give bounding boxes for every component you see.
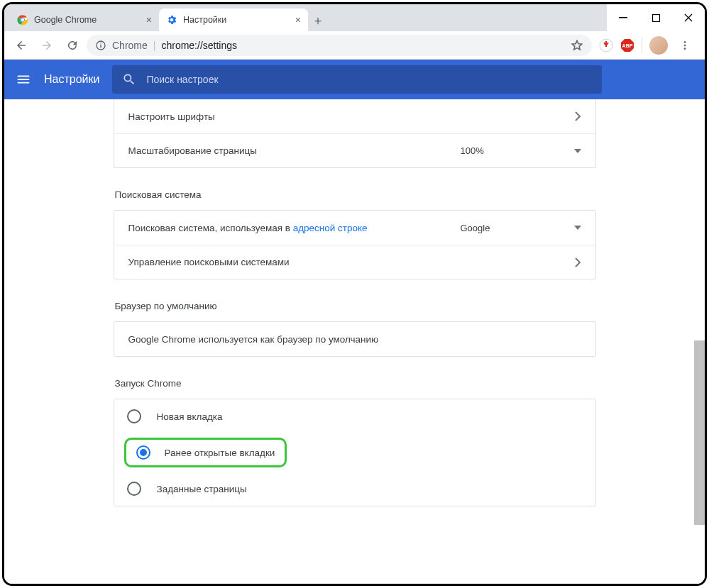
radio-icon[interactable] (127, 409, 141, 423)
dropdown-icon[interactable] (574, 149, 581, 153)
page-title: Настройки (44, 73, 99, 86)
label-prefix: Поисковая система, используемая в (128, 223, 293, 233)
menu-icon[interactable] (16, 72, 31, 87)
bookmark-icon[interactable] (571, 39, 583, 52)
chrome-icon (17, 14, 28, 26)
radio-label: Заданные страницы (157, 484, 247, 494)
section-title-default-browser: Браузер по умолчанию (115, 301, 596, 311)
radio-icon[interactable] (127, 482, 141, 496)
row-label: Настроить шрифты (128, 111, 574, 122)
radio-option-continue[interactable]: Ранее открытые вкладки (114, 433, 595, 472)
radio-option-new-tab[interactable]: Новая вкладка (114, 399, 595, 433)
scrollbar-thumb[interactable] (694, 340, 705, 525)
new-tab-button[interactable]: + (308, 11, 328, 31)
yandex-icon[interactable] (599, 38, 613, 52)
address-bar-link[interactable]: адресной строке (293, 223, 368, 233)
url-host: Chrome (112, 40, 148, 51)
separator (642, 38, 642, 53)
row-search-engine-default[interactable]: Поисковая система, используемая в адресн… (114, 211, 595, 245)
close-window-button[interactable] (672, 6, 705, 29)
close-icon[interactable]: × (295, 14, 301, 26)
maximize-button[interactable] (639, 6, 672, 29)
minimize-button[interactable] (607, 6, 639, 29)
row-label: Поисковая система, используемая в адресн… (128, 223, 461, 233)
svg-point-12 (684, 48, 686, 50)
settings-content[interactable]: Настроить шрифты Масштабирование страниц… (4, 99, 705, 584)
row-label: Масштабирование страницы (128, 145, 461, 156)
svg-rect-7 (100, 43, 101, 43)
tab-strip: Google Chrome × Настройки × + (4, 4, 705, 31)
radio-option-specific-pages[interactable]: Заданные страницы (114, 472, 595, 506)
forward-button[interactable] (35, 34, 58, 57)
section-title-on-startup: Запуск Chrome (115, 378, 596, 389)
svg-rect-4 (652, 14, 659, 21)
radio-label: Новая вкладка (157, 411, 223, 422)
window-controls (607, 4, 705, 31)
row-default-browser-status: Google Chrome используется как браузер п… (114, 322, 595, 356)
search-input[interactable] (146, 74, 592, 85)
svg-text:ABP: ABP (622, 43, 633, 48)
dropdown-icon[interactable] (574, 226, 581, 230)
highlight-box: Ранее открытые вкладки (124, 438, 287, 467)
svg-point-2 (21, 18, 24, 21)
settings-header: Настройки (4, 60, 705, 99)
tab-google-chrome[interactable]: Google Chrome × (10, 9, 159, 31)
settings-search[interactable] (112, 65, 602, 94)
search-engine-value: Google (461, 223, 524, 233)
reload-button[interactable] (61, 34, 84, 57)
svg-rect-3 (619, 17, 627, 18)
chevron-right-icon (574, 257, 581, 267)
chrome-menu-button[interactable] (675, 35, 695, 55)
row-page-zoom[interactable]: Масштабирование страницы 100% (114, 133, 595, 167)
radio-label: Ранее открытые вкладки (165, 448, 275, 458)
close-icon[interactable]: × (146, 14, 152, 26)
zoom-value: 100% (461, 145, 524, 156)
tab-title: Настройки (183, 15, 290, 25)
section-title-search-engine: Поисковая система (115, 189, 596, 200)
svg-rect-6 (100, 44, 101, 48)
svg-point-10 (684, 41, 686, 43)
toolbar: Chrome | chrome://settings ABP (4, 31, 705, 60)
row-customize-fonts[interactable]: Настроить шрифты (114, 99, 595, 133)
radio-icon[interactable] (136, 445, 150, 460)
row-manage-search-engines[interactable]: Управление поисковыми системами (114, 245, 595, 279)
row-label: Google Chrome используется как браузер п… (128, 334, 581, 345)
tab-title: Google Chrome (34, 15, 141, 25)
address-bar[interactable]: Chrome | chrome://settings (87, 35, 592, 56)
gear-icon (166, 14, 177, 26)
site-info-icon[interactable] (95, 40, 106, 51)
url-path: chrome://settings (161, 40, 237, 51)
svg-point-11 (684, 44, 686, 46)
tab-settings[interactable]: Настройки × (159, 9, 308, 31)
profile-avatar[interactable] (649, 36, 668, 55)
row-label: Управление поисковыми системами (128, 257, 574, 267)
url-separator: | (153, 40, 156, 51)
search-icon (122, 72, 136, 87)
adblock-icon[interactable]: ABP (620, 38, 634, 52)
extension-icons: ABP (595, 35, 699, 55)
chevron-right-icon (574, 111, 581, 121)
back-button[interactable] (10, 34, 33, 57)
